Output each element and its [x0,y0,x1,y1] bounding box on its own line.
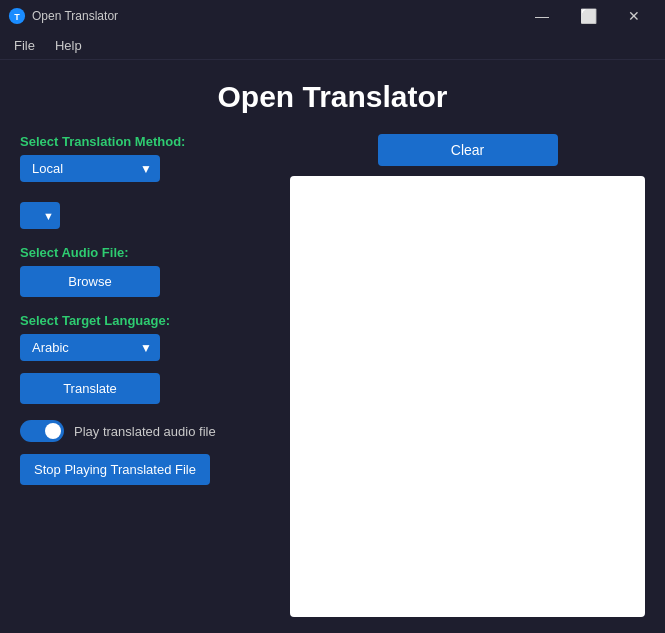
stop-playing-button[interactable]: Stop Playing Translated File [20,454,210,485]
right-panel: Clear [290,134,645,617]
clear-button[interactable]: Clear [378,134,558,166]
menu-file[interactable]: File [4,34,45,57]
translation-method-select[interactable]: Local Cloud [20,155,160,182]
play-audio-toggle[interactable] [20,420,64,442]
main-layout: Select Translation Method: Local Cloud ▼… [20,134,645,617]
text-display-area [290,176,645,617]
translation-method-section: Select Translation Method: Local Cloud ▼ [20,134,270,182]
target-language-section: Select Target Language: Arabic English F… [20,313,270,361]
svg-text:T: T [14,12,20,22]
translate-section: Translate [20,373,270,404]
close-button[interactable]: ✕ [611,0,657,32]
app-title: Open Translator [20,80,645,114]
maximize-button[interactable]: ⬜ [565,0,611,32]
translation-method-label: Select Translation Method: [20,134,270,149]
audio-file-label: Select Audio File: [20,245,270,260]
left-panel: Select Translation Method: Local Cloud ▼… [20,134,270,617]
secondary-dropdown-section: ▼ [20,202,270,229]
translation-method-select-wrapper: Local Cloud ▼ [20,155,160,182]
translate-button[interactable]: Translate [20,373,160,404]
app-content: Open Translator Select Translation Metho… [0,60,665,633]
target-language-select-wrapper: Arabic English French Spanish German ▼ [20,334,160,361]
toggle-slider [20,420,64,442]
target-language-select[interactable]: Arabic English French Spanish German [20,334,160,361]
titlebar-title: Open Translator [32,9,519,23]
icon-dropdown-wrapper: ▼ [20,202,60,229]
target-language-label: Select Target Language: [20,313,270,328]
audio-file-section: Select Audio File: Browse [20,245,270,297]
app-icon: T [8,7,26,25]
secondary-select[interactable] [20,202,60,229]
window-controls: — ⬜ ✕ [519,0,657,32]
toggle-label: Play translated audio file [74,424,216,439]
minimize-button[interactable]: — [519,0,565,32]
titlebar: T Open Translator — ⬜ ✕ [0,0,665,32]
menu-help[interactable]: Help [45,34,92,57]
browse-button[interactable]: Browse [20,266,160,297]
toggle-row: Play translated audio file [20,420,270,442]
menubar: File Help [0,32,665,60]
